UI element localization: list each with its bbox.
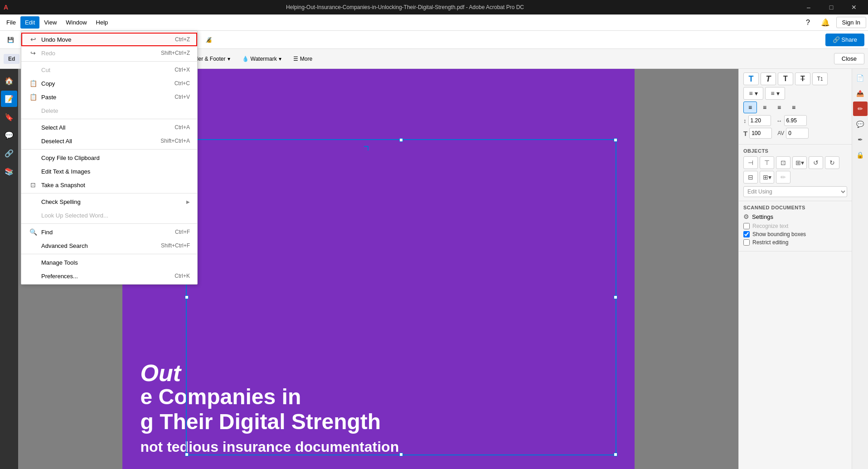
align-right-button[interactable]: ≡ (772, 102, 786, 113)
font-size-icon: T (743, 130, 747, 137)
sidebar-comment-icon[interactable]: 💬 (1, 127, 17, 143)
text-serif-button[interactable]: T (743, 73, 759, 85)
show-bounding-boxes-checkbox[interactable] (743, 231, 750, 237)
find-shortcut: Ctrl+F (175, 229, 190, 235)
list-ordered-button[interactable]: ≡ ▾ (765, 87, 785, 100)
show-bounding-boxes-row[interactable]: Show bounding boxes (743, 231, 847, 237)
char-spacing-input[interactable] (784, 115, 807, 126)
list-unordered-button[interactable]: ≡ ▾ (743, 87, 763, 100)
menu-select-all[interactable]: Select All Ctrl+A (21, 121, 197, 134)
menu-deselect-all[interactable]: Deselect All Shift+Ctrl+A (21, 134, 197, 148)
align-justify-button[interactable]: ≡ (787, 102, 800, 113)
minimize-button[interactable]: – (798, 0, 819, 15)
prefs-label: Preferences... (41, 273, 175, 280)
scanned-docs-section: SCANNED DOCUMENTS ⚙ Settings Recognize t… (739, 201, 852, 251)
maximize-button[interactable]: □ (821, 0, 842, 15)
prefs-icon (29, 271, 38, 280)
menu-copy-file[interactable]: Copy File to Clipboard (21, 151, 197, 164)
share-button[interactable]: 🔗 Share (825, 34, 864, 46)
menu-edit[interactable]: Edit (20, 16, 39, 29)
rail-sign-icon[interactable]: ✒ (853, 132, 868, 147)
obj-rotate-left[interactable]: ↺ (809, 156, 823, 169)
rail-comment-icon[interactable]: 💬 (853, 117, 868, 131)
align-left-button[interactable]: ≡ (743, 102, 757, 113)
font-size-input[interactable] (749, 128, 772, 139)
text-strike-button[interactable]: T (795, 73, 810, 85)
select-all-shortcut: Ctrl+A (175, 124, 190, 131)
menu-group-4: Copy File to Clipboard Edit Text & Image… (21, 150, 197, 193)
menu-help[interactable]: Help (92, 16, 113, 29)
sidebar-edit-icon[interactable]: 📝 (1, 91, 17, 107)
line-spacing-input[interactable] (748, 115, 771, 126)
title-bar: A Helping-Out-Insurance-Companies-in-Unl… (0, 0, 868, 15)
bell-icon[interactable]: 🔔 (819, 16, 832, 29)
rail-pdf-icon[interactable]: 📄 (853, 71, 868, 85)
menu-undo[interactable]: ↩ Undo Move Ctrl+Z (21, 33, 197, 46)
edit-using-select[interactable]: Edit Using (743, 186, 847, 197)
undo-shortcut: Ctrl+Z (175, 36, 190, 43)
obj-distribute[interactable]: ⊞▾ (792, 156, 807, 169)
menu-edit-text-images[interactable]: Edit Text & Images (21, 164, 197, 178)
object-tools: ⊣ ⊤ ⊡ ⊞▾ ↺ ↻ ⊟ ⊞▾ ✏ (743, 156, 847, 184)
sidebar-link-icon[interactable]: 🔗 (1, 145, 17, 161)
left-sidebar: 🏠 📝 🔖 💬 🔗 📚 (0, 69, 18, 469)
redo-shortcut: Shift+Ctrl+Z (161, 50, 190, 56)
menu-advanced-search[interactable]: Advanced Search Shift+Ctrl+F (21, 239, 197, 252)
pdf-page: Out e Companies in g Their Digital Stren… (122, 69, 635, 469)
close-button[interactable]: ✕ (844, 0, 864, 15)
menu-view[interactable]: View (39, 16, 61, 29)
menu-snapshot[interactable]: ⊡ Take a Snapshot (21, 178, 197, 192)
obj-arrange[interactable]: ⊞▾ (760, 171, 774, 184)
menu-file[interactable]: File (2, 16, 20, 29)
spell-icon (29, 197, 38, 206)
restrict-editing-checkbox[interactable] (743, 239, 750, 246)
settings-row[interactable]: ⚙ Settings (743, 213, 847, 220)
sidebar-layers-icon[interactable]: 📚 (1, 163, 17, 179)
obj-rotate-right[interactable]: ↻ (825, 156, 839, 169)
edit-text-label: Edit Text & Images (41, 168, 190, 175)
deselect-label: Deselect All (41, 138, 160, 145)
sidebar-bookmark-icon[interactable]: 🔖 (1, 109, 17, 125)
sidebar-home-icon[interactable]: 🏠 (1, 73, 17, 89)
rail-protect-icon[interactable]: 🔒 (853, 148, 868, 162)
line-spacing-icon: ↕ (743, 117, 747, 124)
obj-crop[interactable]: ⊡ (776, 156, 790, 169)
close-edit-button[interactable]: Close (834, 53, 864, 64)
cut-label: Cut (41, 67, 175, 73)
edit-mode-label: Ed (4, 54, 19, 64)
rail-export-icon[interactable]: 📤 (853, 86, 868, 101)
menu-find[interactable]: 🔍 Find Ctrl+F (21, 225, 197, 239)
resize-handle-top[interactable] (364, 146, 369, 150)
menu-copy[interactable]: 📋 Copy Ctrl+C (21, 77, 197, 90)
restrict-editing-row[interactable]: Restrict editing (743, 239, 847, 246)
menu-check-spelling[interactable]: Check Spelling ▶ (21, 195, 197, 208)
save-button[interactable]: 💾 (4, 33, 18, 47)
line-spacing-row: ↕ ↔ (743, 115, 847, 126)
menu-manage-tools[interactable]: Manage Tools (21, 256, 197, 269)
obj-align-left[interactable]: ⊣ (743, 156, 758, 169)
rail-edit-icon[interactable]: ✏ (853, 102, 868, 116)
menu-window[interactable]: Window (61, 16, 91, 29)
text-italic-button[interactable]: T (761, 73, 776, 85)
recognize-text-checkbox[interactable] (743, 223, 750, 229)
align-center-button[interactable]: ≡ (758, 102, 771, 113)
find-label: Find (41, 229, 175, 236)
menu-paste[interactable]: 📋 Paste Ctrl+V (21, 90, 197, 104)
watermark-button[interactable]: 💧 Watermark ▾ (238, 52, 286, 66)
text-subscript-button[interactable]: T1 (812, 73, 828, 85)
help-icon[interactable]: ? (802, 16, 815, 29)
more-button[interactable]: ☰ More (289, 52, 317, 66)
stamp-button[interactable]: 🔏 (202, 33, 216, 47)
right-rail: 📄 📤 ✏ 💬 ✒ 🔒 (852, 69, 868, 469)
obj-flip[interactable]: ⊟ (743, 171, 758, 184)
recognize-text-row[interactable]: Recognize text (743, 223, 847, 229)
menu-preferences[interactable]: Preferences... Ctrl+K (21, 269, 197, 283)
kerning-input[interactable] (786, 128, 809, 139)
obj-align-top[interactable]: ⊤ (760, 156, 774, 169)
prefs-shortcut: Ctrl+K (175, 273, 190, 279)
restrict-editing-label: Restrict editing (752, 239, 788, 246)
settings-gear-icon: ⚙ (743, 213, 749, 220)
text-underline-button[interactable]: T (778, 73, 793, 85)
sign-in-button[interactable]: Sign In (836, 17, 866, 28)
menu-cut: Cut Ctrl+X (21, 63, 197, 77)
